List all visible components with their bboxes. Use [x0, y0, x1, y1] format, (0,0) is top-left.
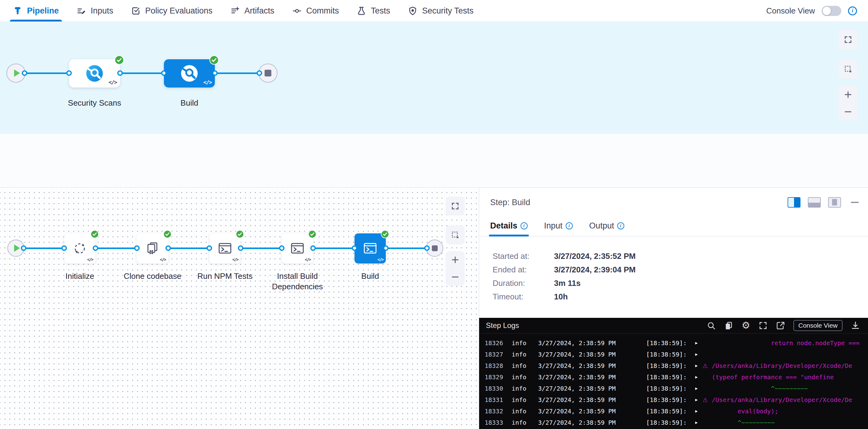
log-expand-icon[interactable]: ▸: [695, 351, 703, 357]
zoom-out-button[interactable]: [446, 268, 465, 285]
tab-label: Artifacts: [244, 6, 274, 16]
success-badge-icon: [236, 230, 244, 238]
log-row: 18329info3/27/2024, 2:38:59 PM[18:38:59]…: [479, 371, 868, 382]
log-content: ^~~~~~~~~~: [712, 385, 808, 392]
log-expand-icon[interactable]: ▸: [695, 386, 703, 391]
step-node-initialize[interactable]: </>: [64, 234, 95, 264]
info-icon[interactable]: i: [521, 222, 528, 229]
tab-label: Security Tests: [422, 6, 474, 16]
marquee-select-button[interactable]: [839, 60, 858, 79]
search-icon[interactable]: [707, 321, 716, 330]
code-glyph-icon: </>: [305, 257, 311, 262]
log-line-number: 18327: [485, 351, 512, 358]
step-node-clone-codebase[interactable]: </>: [137, 234, 168, 264]
log-expand-icon[interactable]: ▸: [695, 408, 703, 414]
zoom-in-button[interactable]: [839, 86, 858, 103]
log-expand-icon[interactable]: ▸: [695, 374, 703, 380]
tab-tests[interactable]: Tests: [356, 0, 390, 22]
expand-logs-icon[interactable]: [758, 321, 768, 330]
panel-tab-output[interactable]: Outputi: [589, 221, 624, 236]
console-view-toggle[interactable]: [822, 6, 841, 16]
layout-right-view-icon[interactable]: [787, 197, 801, 208]
detail-row-duration: Duration:3m 11s: [493, 276, 868, 290]
code-glyph-icon: </>: [87, 257, 93, 262]
log-level: info: [512, 339, 538, 347]
panel-tab-input[interactable]: Inputi: [544, 221, 573, 236]
panel-tab-label: Input: [544, 221, 563, 231]
detail-label: Duration:: [493, 278, 554, 288]
log-expand-icon[interactable]: ▸: [695, 397, 703, 403]
tab-pipeline[interactable]: Pipeline: [13, 0, 59, 22]
connector-point: [21, 245, 26, 251]
log-console-time: [18:38:59]:: [646, 396, 695, 403]
tab-commits[interactable]: Commits: [292, 0, 339, 22]
copy-icon[interactable]: [724, 321, 733, 330]
step-panel-tabs: DetailsiInputiOutputi: [479, 208, 868, 237]
commits-icon: [292, 6, 302, 16]
log-expand-icon[interactable]: ▸: [695, 340, 703, 346]
log-timestamp: 3/27/2024, 2:38:59 PM: [538, 373, 646, 381]
tab-policy-evaluations[interactable]: Policy Evaluations: [131, 0, 212, 22]
info-icon[interactable]: i: [566, 222, 573, 229]
open-external-icon[interactable]: [776, 321, 785, 330]
step-logs-header: Step Logs ⚙ Console View: [479, 318, 868, 334]
connector-point: [165, 245, 171, 251]
log-line-number: 18332: [485, 407, 512, 415]
connector-point: [66, 70, 72, 76]
log-timestamp: 3/27/2024, 2:38:59 PM: [538, 419, 646, 426]
log-content: /Users/anka/Library/Developer/Xcode/De: [712, 396, 852, 403]
log-expand-icon[interactable]: ▸: [695, 363, 703, 368]
tab-label: Commits: [306, 6, 339, 16]
stage-node-security-scans[interactable]: </>: [69, 59, 120, 88]
download-logs-icon[interactable]: [851, 321, 860, 330]
detail-value: 3m 11s: [554, 278, 581, 288]
panel-tab-details[interactable]: Detailsi: [490, 221, 528, 236]
tab-security-tests[interactable]: Security Tests: [408, 0, 474, 22]
tab-label: Pipeline: [27, 6, 59, 16]
fullscreen-button[interactable]: [839, 30, 858, 49]
console-view-button[interactable]: Console View: [794, 320, 842, 331]
step-panel-header: Step: Build: [479, 188, 868, 208]
zoom-in-button[interactable]: [446, 251, 465, 268]
detail-row-timeout: Timeout:10h: [493, 290, 868, 303]
pipeline-icon: [13, 6, 22, 16]
collapse-panel-icon[interactable]: [851, 202, 859, 203]
step-node-build[interactable]: </>: [354, 234, 386, 264]
step-logs-panel: Step Logs ⚙ Console View 18326info3/27/2…: [479, 318, 868, 429]
success-badge-icon: [308, 230, 316, 238]
marquee-select-button[interactable]: [446, 225, 465, 244]
info-icon[interactable]: i: [617, 222, 624, 229]
stage-graph: </>Security Scans</>Build: [0, 22, 868, 134]
success-badge-icon: [91, 230, 99, 238]
connector-point: [117, 70, 123, 76]
settings-gear-icon[interactable]: ⚙: [742, 321, 750, 330]
fullscreen-button[interactable]: [446, 196, 465, 216]
info-icon[interactable]: i: [848, 6, 857, 16]
tab-inputs[interactable]: Inputs: [77, 0, 114, 22]
zoom-controls: [446, 251, 465, 285]
warning-icon: ⚠: [703, 396, 712, 403]
log-timestamp: 3/27/2024, 2:38:59 PM: [538, 396, 646, 403]
connector-point: [424, 245, 430, 251]
log-content: ^~~~~~~~~~: [712, 419, 775, 426]
log-line-number: 18328: [485, 362, 512, 369]
tab-label: Inputs: [91, 6, 114, 16]
log-expand-icon[interactable]: ▸: [695, 420, 703, 425]
stage-pipeline-canvas: </>Security Scans</>Build: [0, 22, 868, 134]
step-node-install-build-dependencies[interactable]: </>: [282, 234, 313, 264]
step-execution-canvas: </>Initialize</>Clone codebase</>Run NPM…: [0, 188, 479, 429]
layout-minimized-view-icon[interactable]: [828, 197, 841, 208]
log-row: 18333info3/27/2024, 2:38:59 PM[18:38:59]…: [479, 417, 868, 428]
log-console-time: [18:38:59]:: [646, 339, 695, 347]
layout-bottom-view-icon[interactable]: [808, 197, 821, 208]
step-node-run-npm-tests[interactable]: </>: [209, 234, 241, 264]
node-label: Build: [336, 271, 404, 281]
tab-artifacts[interactable]: Artifacts: [230, 0, 274, 22]
log-level: info: [512, 351, 538, 358]
zoom-out-button[interactable]: [839, 103, 858, 120]
detail-row-started-at: Started at:3/27/2024, 2:35:52 PM: [493, 249, 868, 263]
tab-label: Policy Evaluations: [145, 6, 212, 16]
stage-node-build[interactable]: </>: [164, 59, 215, 88]
sync-icon: [72, 241, 87, 256]
connector-point: [207, 245, 212, 251]
